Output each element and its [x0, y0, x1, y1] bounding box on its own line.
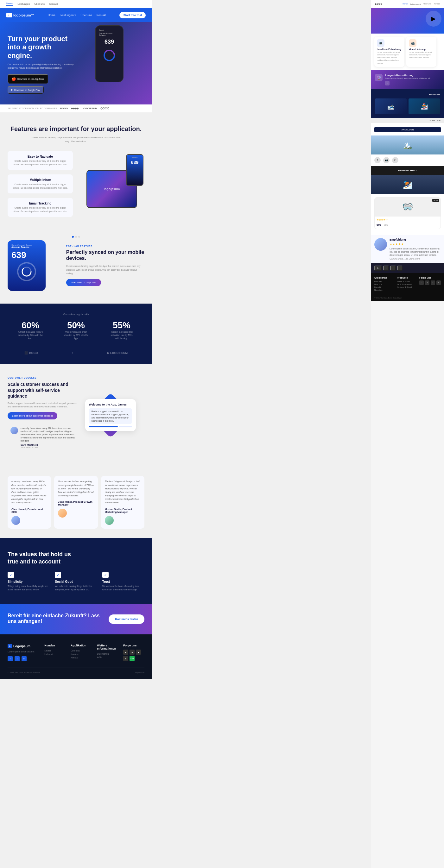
right-shop: 🥽 -45% ★★★★☆ 50€ 70€: [371, 194, 444, 235]
testimonial-2: Once we saw that we were getting amazing…: [54, 476, 97, 528]
top-second-nav: Home Leistungen Über uns Kontakt: [0, 0, 152, 8]
chat-bubble: Reduce support burden with on-demand con…: [89, 408, 132, 424]
footer-brand: L Logoipsum Lorem ipsum dolor sit amet f…: [8, 644, 39, 661]
right-ql-link-3[interactable]: Kontakt: [374, 286, 394, 288]
footer-link-kontakt[interactable]: Kontakt: [70, 656, 92, 659]
footer-social-in[interactable]: in: [22, 656, 27, 661]
top-nav-home[interactable]: Home: [6, 2, 13, 6]
footer-link-datenschutz[interactable]: Datenschutz: [97, 653, 118, 655]
service-title-2: Video Lieferung: [409, 48, 434, 50]
right-footer-btn-1[interactable]: G+: [374, 266, 382, 271]
stat-2: 50% Video increased order retention by 5…: [63, 320, 89, 340]
right-ql-link-7[interactable]: Kleidung & Stiefel: [397, 286, 416, 288]
footer-col-info: Weitere Informationen Datenschutz AGB: [97, 644, 118, 661]
learn-more-button[interactable]: Learn more about customer success: [8, 412, 57, 420]
right-social-fb[interactable]: f: [374, 157, 381, 163]
right-nav: LOGO Home Leistungen ▾ Über uns Kontakt: [371, 0, 444, 8]
features-image: logoipsum Balance 639: [79, 151, 144, 208]
follow-icon-1[interactable]: ●: [123, 650, 128, 655]
right-nav-home[interactable]: Home: [403, 3, 408, 5]
right-footer-btn-2[interactable]: t: [383, 266, 389, 271]
top-nav-uberuns[interactable]: Über uns: [34, 3, 45, 5]
footer-social-tw[interactable]: t: [14, 656, 20, 661]
value-trust: ✓ Trust We work on the basis of creating…: [102, 572, 144, 591]
right-feature-title: Langzeit-Unterstützung: [385, 74, 431, 76]
right-login-button[interactable]: ANMELDEN: [374, 127, 441, 132]
right-service-1: 💻 Low-Code-Entwicklung Lorem ipsum dolor…: [374, 37, 405, 67]
phone-header: Current: [99, 29, 120, 31]
footer-bottom: © 2022, The Store. Berlin Deutschland Im…: [8, 668, 144, 674]
chat-greeting: Welcome to the App, James!: [89, 403, 132, 406]
right-feature: 🔮 Langzeit-Unterstützung Lorem ipsum dol…: [371, 70, 444, 89]
nav-uberuns[interactable]: Über uns: [81, 13, 92, 17]
right-shop-price-old: 70€: [384, 224, 388, 226]
right-nav-links: Home Leistungen ▾ Über uns Kontakt: [403, 3, 440, 5]
right-follow-icon-f[interactable]: f: [431, 280, 435, 285]
right-ql-link-1[interactable]: Geschäft: [374, 280, 394, 282]
hero-headline: Turn your product into a growth engine.: [8, 35, 77, 60]
follow-icon-3[interactable]: ●: [136, 650, 141, 655]
right-ql-link-2[interactable]: Über uns: [374, 283, 394, 285]
follow-icon-4[interactable]: ●: [123, 656, 128, 661]
right-footer-btn-3[interactable]: f: [390, 266, 396, 271]
right-ql-link-5[interactable]: Helme & Brillen: [397, 280, 416, 282]
service-icon-1: 💻: [377, 39, 384, 47]
footer-social-fb[interactable]: f: [8, 656, 13, 661]
read-more-button[interactable]: Start free 15 days trial: [66, 279, 101, 286]
footer-col-title-3: Weitere Informationen: [97, 644, 118, 650]
right-nav-leistungen[interactable]: Leistungen ▾: [410, 3, 421, 5]
stats-label: Our customers get results: [8, 313, 144, 315]
value-desc-2: We believe in making things better for e…: [55, 585, 97, 591]
right-ql-link-6[interactable]: Ski & Snowboards: [397, 283, 416, 285]
features-list: Easy to Navigate Create events and see h…: [8, 151, 73, 217]
right-shop-item: 🥽 -45% ★★★★☆ 50€ 70€: [374, 197, 441, 229]
right-footer-btn-4[interactable]: f: [397, 266, 403, 271]
right-rec-title: Empfehlung: [389, 238, 441, 241]
start-trial-button[interactable]: Start free trial: [119, 12, 146, 18]
trusted-logo-1: BOGO: [60, 107, 68, 110]
right-overlay-panel: LOGO Home Leistungen ▾ Über uns Kontakt …: [371, 0, 444, 679]
phone-chart-svg: [100, 49, 119, 62]
support-content: CUSTOMER SUCCESS Scale customer success …: [8, 377, 144, 454]
right-nav-kontakt[interactable]: Kontakt: [434, 3, 440, 5]
cta-button[interactable]: Kostenlos testen: [109, 614, 144, 624]
right-follow-icon-g[interactable]: G: [419, 280, 424, 285]
feature-desc-1: Create events and see how they all fit i…: [11, 159, 69, 166]
right-rec-stars: ★★★★★: [389, 243, 441, 246]
right-feature-link[interactable]: →: [385, 81, 389, 86]
sync-phone-amount: 639: [11, 250, 42, 260]
follow-icon-2[interactable]: ●: [129, 650, 135, 655]
footer-logo-text: Logoipsum: [13, 645, 30, 648]
nav-home[interactable]: Home: [48, 13, 55, 17]
feature-title-1: Easy to Navigate: [11, 155, 69, 158]
right-nav-uberuns[interactable]: Über uns: [423, 3, 431, 5]
values-heading: The values that hold us true and to acco…: [8, 551, 77, 566]
support-testimonial: Honestly I was blown away. We have done …: [8, 424, 79, 451]
testimonials-grid: Honestly I was blown away. We've done ma…: [8, 476, 144, 528]
top-nav-leistungen[interactable]: Leistungen: [18, 3, 30, 5]
right-follow-icon-t[interactable]: t: [425, 280, 430, 285]
right-ql-link-4[interactable]: Nachricht: [374, 289, 394, 291]
right-action-img: 🏔️: [371, 135, 444, 154]
appstore-button[interactable]: 🍎 Download on the App Store: [8, 74, 48, 84]
right-products-title: Produkte: [375, 93, 440, 96]
footer-link-agb[interactable]: AGB: [97, 656, 118, 658]
nav-kontakt[interactable]: Kontakt: [97, 13, 107, 17]
right-follow-icon-f2[interactable]: f: [436, 280, 441, 285]
right-social-li[interactable]: in: [392, 157, 398, 163]
trusted-logos: BOGO ◆◆◆◆ LOGOIPSUM ⬡⬡⬡⬡: [60, 107, 109, 110]
hero-section: Turn your product into a growth engine. …: [0, 22, 152, 104]
phone-on-tablet: Balance 639: [126, 154, 144, 186]
footer-link-uberuns[interactable]: Über uns: [70, 650, 92, 652]
top-nav-kontakt[interactable]: Kontakt: [49, 3, 58, 5]
footer-link-lieferant[interactable]: Lieferant: [45, 653, 65, 655]
footer-impressum[interactable]: Impressum: [135, 672, 144, 674]
nav-leistungen[interactable]: Leistungen ▾: [60, 13, 76, 17]
googleplay-button[interactable]: ▶ Download on Google Play: [8, 86, 44, 94]
footer-link-kaufer[interactable]: Käufer: [45, 650, 65, 652]
service-title-1: Low-Code-Entwicklung: [377, 48, 402, 50]
right-ski-img: ⛷️: [371, 175, 444, 194]
right-social-ig[interactable]: 📷: [383, 157, 389, 163]
footer-link-karriere[interactable]: Karriere: [70, 653, 92, 655]
cta-text: Bereit für eine einfache Zukunft? Lass u…: [8, 613, 109, 625]
